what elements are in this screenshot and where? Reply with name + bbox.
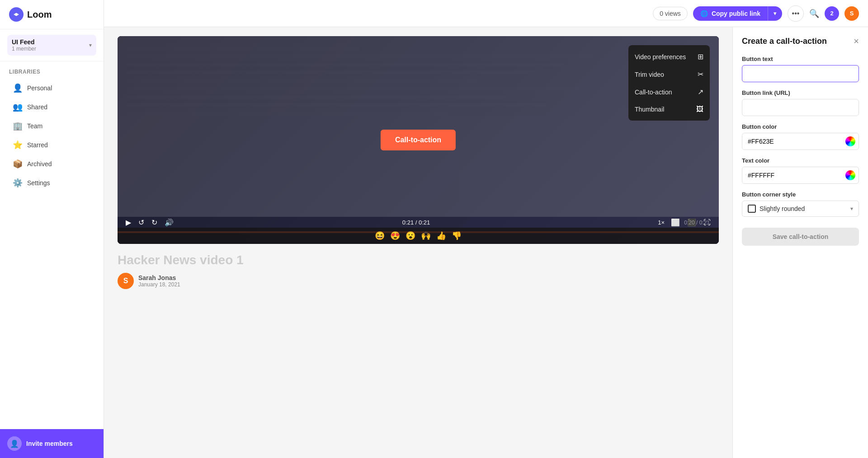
panel-header: Create a call-to-action ×	[742, 36, 859, 47]
emoji-bar: 😆 😍 😮 🙌 👍 👎	[118, 228, 719, 244]
right-panel: Create a call-to-action × Button text Bu…	[732, 27, 868, 458]
text-color-input[interactable]	[742, 167, 842, 183]
emoji-clap[interactable]: 🙌	[421, 231, 431, 241]
workspace-name: UI Feed	[12, 38, 36, 46]
copy-link-button[interactable]: 🌐 Copy public link	[693, 6, 768, 21]
more-options-button[interactable]: •••	[788, 5, 804, 22]
button-color-row	[742, 133, 859, 150]
ctx-thumbnail-label: Thumbnail	[635, 106, 664, 113]
sidebar-item-shared[interactable]: 👥 Shared	[4, 98, 100, 117]
button-link-label: Button link (URL)	[742, 89, 859, 96]
content-area: Call-to-action Video preferences ⊞ Trim …	[104, 27, 868, 458]
corner-style-group: Button corner style Slightly rounded ▾	[742, 191, 859, 217]
speed-display[interactable]: 1×	[658, 219, 665, 226]
text-color-swatch[interactable]	[842, 167, 859, 183]
workspace-members: 1 member	[12, 46, 36, 52]
sidebar-item-label-team: Team	[27, 122, 42, 130]
video-player[interactable]: Call-to-action Video preferences ⊞ Trim …	[118, 36, 719, 244]
workspace-item[interactable]: UI Feed 1 member ▾	[7, 35, 96, 56]
text-color-row	[742, 167, 859, 184]
ctx-video-preferences[interactable]: Video preferences ⊞	[628, 48, 710, 65]
chevron-down-icon: ▾	[850, 206, 853, 212]
app-name: Loom	[27, 9, 52, 20]
ctx-trim-video[interactable]: Trim video ✂	[628, 65, 710, 83]
copy-link-dropdown-button[interactable]: ▾	[768, 6, 782, 21]
copy-link-group: 🌐 Copy public link ▾	[693, 6, 782, 21]
arrow-icon: ↗	[698, 88, 703, 96]
crop-view-button[interactable]: ⬜	[670, 217, 681, 228]
emoji-wow[interactable]: 😮	[406, 231, 415, 241]
sidebar-item-archived[interactable]: 📦 Archived	[4, 154, 100, 173]
image-icon: 🖼	[696, 105, 703, 113]
panel-title: Create a call-to-action	[742, 37, 827, 46]
button-link-input[interactable]	[742, 99, 859, 116]
archived-icon: 📦	[13, 159, 23, 169]
button-text-group: Button text	[742, 56, 859, 82]
video-controls: ▶ ↺ ↻ 🔊 0:21 / 0:21 1× ⬜ ⬛ ⛶	[118, 217, 719, 228]
search-button[interactable]: 🔍	[809, 9, 819, 19]
sidebar-item-label-archived: Archived	[27, 160, 52, 168]
video-section: Call-to-action Video preferences ⊞ Trim …	[104, 27, 732, 458]
author-date: January 18, 2021	[138, 281, 180, 288]
sidebar-item-label-personal: Personal	[27, 84, 52, 92]
ctx-thumbnail[interactable]: Thumbnail 🖼	[628, 101, 710, 118]
emoji-thumbs-up[interactable]: 👍	[436, 231, 446, 241]
forward-button[interactable]: ↻	[151, 217, 158, 228]
corner-style-select[interactable]: Slightly rounded ▾	[742, 201, 859, 217]
top-bar: 0 views 🌐 Copy public link ▾ ••• 🔍 2 S	[104, 0, 868, 27]
user-avatar-count[interactable]: 2	[825, 6, 839, 21]
corner-style-label: Button corner style	[742, 191, 859, 198]
close-panel-button[interactable]: ×	[854, 36, 859, 47]
workspace-section: UI Feed 1 member ▾	[0, 29, 104, 61]
invite-icon: 👤	[7, 436, 22, 451]
copy-link-label: Copy public link	[712, 10, 760, 17]
ctx-trim-video-label: Trim video	[635, 71, 664, 78]
author-avatar: S	[118, 273, 134, 289]
sidebar-item-label-starred: Starred	[27, 141, 48, 149]
video-title: Hacker News video 1	[118, 253, 719, 267]
emoji-laugh[interactable]: 😆	[375, 231, 385, 241]
volume-button[interactable]: 🔊	[164, 217, 175, 228]
button-color-group: Button color	[742, 123, 859, 150]
button-text-input[interactable]	[742, 65, 859, 82]
sidebar-item-settings[interactable]: ⚙️ Settings	[4, 173, 100, 192]
chevron-down-icon: ▾	[89, 42, 92, 48]
invite-label: Invite members	[26, 440, 73, 447]
time-display: 0:21 / 0:21	[180, 219, 652, 226]
personal-icon: 👤	[13, 83, 23, 93]
play-button[interactable]: ▶	[125, 217, 132, 228]
sidebar-item-personal[interactable]: 👤 Personal	[4, 79, 100, 98]
corner-style-value: Slightly rounded	[760, 205, 850, 212]
main-content: 0 views 🌐 Copy public link ▾ ••• 🔍 2 S	[104, 0, 868, 458]
call-to-action-overlay-button[interactable]: Call-to-action	[381, 130, 456, 150]
team-icon: 🏢	[13, 121, 23, 131]
ctx-cta-label: Call-to-action	[635, 89, 672, 96]
button-color-swatch[interactable]	[842, 133, 859, 150]
emoji-thumbs-down[interactable]: 👎	[452, 231, 462, 241]
context-menu: Video preferences ⊞ Trim video ✂ Call-to…	[628, 45, 710, 121]
grid-icon: ⊞	[698, 52, 703, 61]
loom-logo-icon	[9, 7, 24, 22]
sidebar: Loom UI Feed 1 member ▾ Libraries 👤 Pers…	[0, 0, 104, 458]
ctx-call-to-action[interactable]: Call-to-action ↗	[628, 83, 710, 101]
sidebar-nav: 👤 Personal 👥 Shared 🏢 Team ⭐ Starred 📦 A…	[0, 79, 104, 192]
search-icon: 🔍	[809, 9, 819, 18]
sidebar-item-starred[interactable]: ⭐ Starred	[4, 136, 100, 154]
button-color-label: Button color	[742, 123, 859, 130]
sidebar-item-team[interactable]: 🏢 Team	[4, 117, 100, 136]
button-link-group: Button link (URL)	[742, 89, 859, 116]
scissors-icon: ✂	[698, 70, 703, 79]
logo-area: Loom	[0, 0, 104, 29]
invite-members-button[interactable]: 👤 Invite members	[0, 429, 104, 458]
rewind-button[interactable]: ↺	[137, 217, 145, 228]
button-text-label: Button text	[742, 56, 859, 62]
starred-icon: ⭐	[13, 140, 23, 150]
save-cta-button[interactable]: Save call-to-action	[742, 228, 859, 246]
author-name: Sarah Jonas	[138, 274, 180, 281]
button-color-input[interactable]	[742, 133, 842, 150]
video-info: Hacker News video 1 S Sarah Jonas Januar…	[118, 253, 719, 289]
emoji-heart-eyes[interactable]: 😍	[390, 231, 400, 241]
views-badge[interactable]: 0 views	[653, 7, 688, 20]
sidebar-item-label-shared: Shared	[27, 103, 47, 111]
user-avatar-s[interactable]: S	[844, 6, 859, 21]
